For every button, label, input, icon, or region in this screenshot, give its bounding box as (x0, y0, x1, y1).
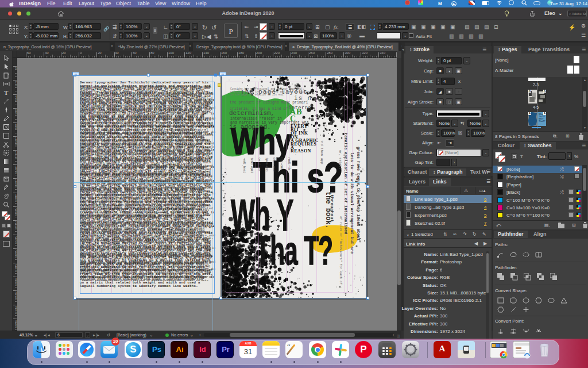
svg-text:T: T (4, 89, 9, 96)
